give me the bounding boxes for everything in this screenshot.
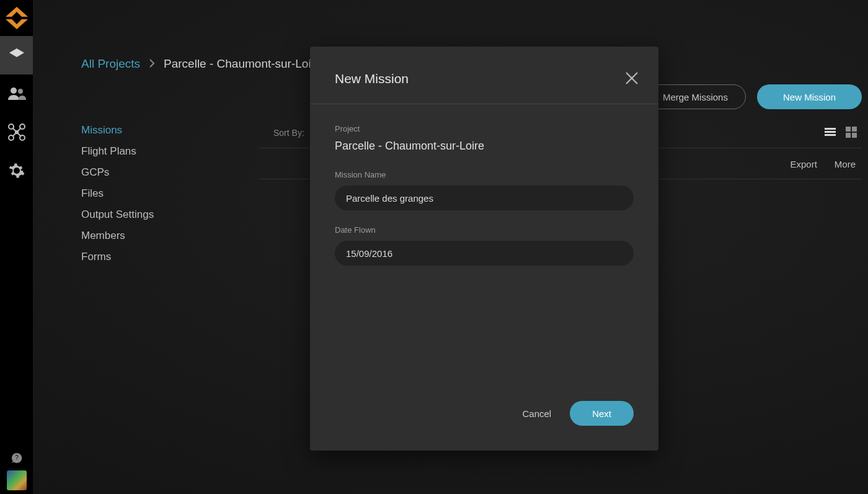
mission-name-label: Mission Name [335, 170, 634, 179]
svg-rect-12 [15, 130, 19, 134]
svg-text:?: ? [15, 454, 19, 461]
main-area: All Projects Parcelle - Chaumont-sur-Loi… [33, 0, 868, 494]
project-value: Parcelle - Chaumont-sur-Loire [335, 140, 634, 153]
brand-logo-icon [3, 4, 30, 32]
close-icon [625, 71, 639, 85]
rail-item-drone[interactable] [0, 113, 33, 151]
svg-point-4 [11, 88, 17, 94]
svg-marker-0 [6, 7, 28, 17]
users-icon [7, 86, 27, 101]
rail-item-users[interactable] [0, 74, 33, 113]
rail-item-layers[interactable] [0, 36, 33, 74]
project-label: Project [335, 124, 634, 133]
modal-title: New Mission [335, 71, 634, 86]
left-rail: ? [0, 0, 33, 494]
next-button[interactable]: Next [570, 401, 634, 426]
svg-marker-1 [6, 19, 28, 29]
svg-point-5 [18, 89, 23, 94]
help-icon: ? [11, 452, 22, 464]
date-flown-label: Date Flown [335, 225, 634, 235]
rail-item-help[interactable]: ? [0, 446, 33, 470]
new-mission-modal: New Mission Project Parcelle - Chaumont-… [310, 47, 658, 451]
layers-icon [7, 46, 26, 65]
brand-logo [0, 0, 33, 36]
modal-close-button[interactable] [625, 71, 639, 88]
drone-icon [7, 123, 26, 141]
mission-name-input[interactable] [335, 186, 634, 210]
gear-icon [9, 163, 25, 179]
date-flown-input[interactable] [335, 241, 634, 266]
cancel-button[interactable]: Cancel [522, 408, 551, 419]
rail-item-settings[interactable] [0, 151, 33, 190]
rail-item-avatar[interactable] [7, 470, 27, 490]
